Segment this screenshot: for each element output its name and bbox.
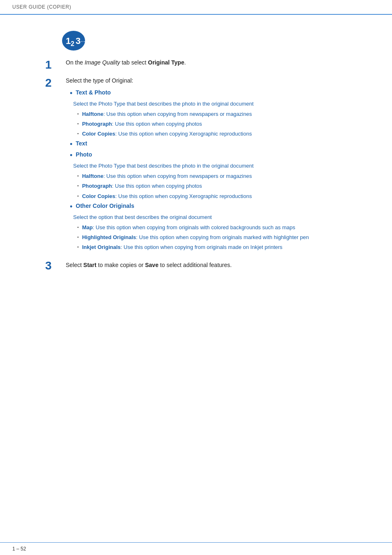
step3-bold2: Save xyxy=(145,262,159,268)
step-1: 1 On the Image Quality tab select Origin… xyxy=(45,58,380,71)
inkjet-bold: Inkjet Originals xyxy=(82,244,121,250)
color-copies-bold-2: Color Copies xyxy=(82,193,115,199)
step-2-number: 2 xyxy=(45,77,62,89)
page-number: 1 – 52 xyxy=(12,546,26,552)
photograph-rest-2: : Use this option when copying photos xyxy=(112,183,202,189)
color-copies-bold-1: Color Copies xyxy=(82,131,115,137)
sub-dot-3-2: ● xyxy=(77,236,79,238)
sub-dot-2-3: ● xyxy=(77,195,79,197)
halftone-text-1: Halftone: Use this option when copying f… xyxy=(82,111,252,118)
svg-text:1: 1 xyxy=(66,36,71,46)
halftone-item-2: ● Halftone: Use this option when copying… xyxy=(66,173,380,180)
sub-dot-1-1: ● xyxy=(77,113,79,115)
bullet-dot-1: • xyxy=(70,90,72,97)
color-copies-text-1: Color Copies: Use this option when copyi… xyxy=(82,130,252,138)
photograph-text-2: Photograph: Use this option when copying… xyxy=(82,182,202,190)
halftone-text-2: Halftone: Use this option when copying f… xyxy=(82,173,252,180)
halftone-bold-1: Halftone xyxy=(82,111,104,117)
inkjet-text: Inkjet Originals: Use this option when c… xyxy=(82,244,283,251)
step1-bold: Original Type xyxy=(148,59,184,66)
sub-dot-3-3: ● xyxy=(77,246,79,248)
bullet-label-text-photo: Text & Photo xyxy=(76,89,111,96)
step-3-content: Select Start to make copies or Save to s… xyxy=(62,259,380,269)
bullet-section: • Text & Photo Select the Photo Type tha… xyxy=(66,89,380,251)
map-bold: Map xyxy=(82,224,93,230)
svg-text:...: ... xyxy=(81,37,85,43)
photograph-item-2: ● Photograph: Use this option when copyi… xyxy=(66,182,380,190)
map-text: Map: Use this option when copying from o… xyxy=(82,224,295,231)
inkjet-rest: : Use this option when copying from orig… xyxy=(121,244,283,250)
step3-mid: to make copies or xyxy=(97,262,145,268)
sub-dot-1-2: ● xyxy=(77,122,79,125)
bullet-label-text: Text xyxy=(76,140,87,147)
photograph-rest-1: : Use this option when copying photos xyxy=(112,121,202,127)
color-copies-item-2: ● Color Copies: Use this option when cop… xyxy=(66,193,380,200)
photograph-item-1: ● Photograph: Use this option when copyi… xyxy=(66,120,380,128)
photo-description: Select the Photo Type that best describe… xyxy=(73,162,380,170)
halftone-rest-1: : Use this option when copying from news… xyxy=(104,111,252,117)
bullet-text: • Text xyxy=(66,140,380,148)
halftone-item-1: ● Halftone: Use this option when copying… xyxy=(66,111,380,118)
step-2: 2 Select the type of Original: • Text & … xyxy=(45,76,380,253)
step1-suffix: tab select xyxy=(120,59,148,66)
header-title: User Guide (Copier) xyxy=(12,4,71,10)
step3-end: to select additional features. xyxy=(159,262,232,268)
highlighted-item: ● Highlighted Originals: Use this option… xyxy=(66,234,380,241)
svg-text:3: 3 xyxy=(76,36,81,46)
map-rest: : Use this option when copying from orig… xyxy=(93,224,295,230)
step1-prefix: On the xyxy=(66,59,85,66)
step-2-intro: Select the type of Original: xyxy=(66,76,380,85)
step-1-text: On the Image Quality tab select Original… xyxy=(66,58,380,67)
step-3: 3 Select Start to make copies or Save to… xyxy=(45,259,380,272)
step1-end: . xyxy=(184,59,186,66)
photograph-text-1: Photograph: Use this option when copying… xyxy=(82,120,202,128)
highlighted-rest: : Use this option when copying from orig… xyxy=(136,234,309,240)
step-icon: 1 2 3 ... xyxy=(62,30,85,51)
photograph-bold-1: Photograph xyxy=(82,121,112,127)
steps-container: 1 On the Image Quality tab select Origin… xyxy=(45,58,380,272)
bullet-photo: • Photo xyxy=(66,151,380,159)
bullet-label-photo: Photo xyxy=(76,151,92,158)
bullet-dot-2: • xyxy=(70,140,72,148)
step-1-content: On the Image Quality tab select Original… xyxy=(62,58,380,67)
footer: 1 – 52 xyxy=(0,542,392,555)
sub-dot-3-1: ● xyxy=(77,226,79,228)
sub-dot-2-1: ● xyxy=(77,175,79,177)
bullet-text-photo: • Text & Photo xyxy=(66,89,380,97)
inkjet-item: ● Inkjet Originals: Use this option when… xyxy=(66,244,380,251)
highlighted-text: Highlighted Originals: Use this option w… xyxy=(82,234,309,241)
halftone-rest-2: : Use this option when copying from news… xyxy=(104,173,252,179)
halftone-bold-2: Halftone xyxy=(82,173,104,179)
step1-italic: Image Quality xyxy=(85,59,120,66)
svg-text:2: 2 xyxy=(71,40,74,47)
step-1-number: 1 xyxy=(45,59,62,71)
text-photo-description: Select the Photo Type that best describe… xyxy=(73,100,380,108)
color-copies-rest-2: : Use this option when copying Xerograph… xyxy=(115,193,252,199)
header: User Guide (Copier) xyxy=(0,0,392,15)
sub-dot-2-2: ● xyxy=(77,184,79,187)
color-copies-item-1: ● Color Copies: Use this option when cop… xyxy=(66,130,380,138)
color-copies-text-2: Color Copies: Use this option when copyi… xyxy=(82,193,252,200)
bullet-dot-4: • xyxy=(70,203,72,210)
bullet-other-color: • Other Color Originals xyxy=(66,203,380,210)
page-content: 1 2 3 ... 1 On the Image Quality tab sel… xyxy=(0,15,392,302)
step-2-content: Select the type of Original: • Text & Ph… xyxy=(62,76,380,253)
step3-start: Select xyxy=(66,262,83,268)
map-item: ● Map: Use this option when copying from… xyxy=(66,224,380,231)
color-copies-rest-1: : Use this option when copying Xerograph… xyxy=(115,131,252,137)
photograph-bold-2: Photograph xyxy=(82,183,112,189)
bullet-label-other-color: Other Color Originals xyxy=(76,203,134,209)
step-3-text: Select Start to make copies or Save to s… xyxy=(66,261,380,269)
other-color-description: Select the option that best describes th… xyxy=(73,214,380,221)
step3-bold1: Start xyxy=(83,262,97,268)
sub-dot-1-3: ● xyxy=(77,132,79,135)
step-3-number: 3 xyxy=(45,260,62,272)
bullet-dot-3: • xyxy=(70,152,72,159)
highlighted-bold: Highlighted Originals xyxy=(82,234,136,240)
